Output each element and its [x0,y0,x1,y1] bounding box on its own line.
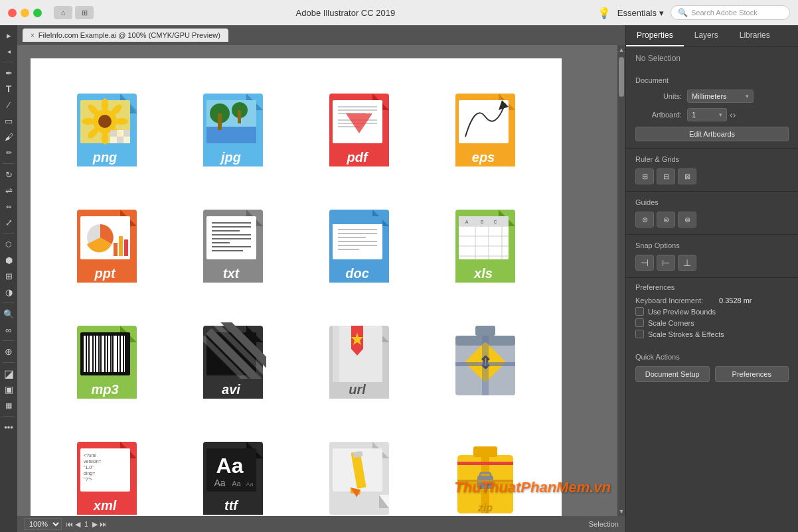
grid-view-icon[interactable]: ⊞ [75,6,94,19]
grid-pixel-btn[interactable]: ⊠ [678,168,696,184]
rectangle-tool[interactable]: ▭ [1,113,16,128]
stock-search-box[interactable]: 🔍 Search Adobe Stock [671,5,790,20]
tab-properties[interactable]: Properties [626,25,684,46]
status-left: 100% ⏮ ◀ 1 ▶ ⏭ [24,518,107,530]
screen-mode[interactable]: ▦ [1,398,16,413]
line-tool[interactable]: ∕ [1,98,16,112]
svg-text:version=: version= [84,459,102,464]
last-artboard-button[interactable]: ⏭ [100,520,107,529]
prev-artboard-button[interactable]: ◀ [75,520,80,529]
list-item: doc [296,188,422,304]
paintbrush-tool[interactable]: 🖌 [1,129,16,144]
svg-point-12 [82,118,95,125]
scroll-down-arrow[interactable]: ▼ [619,508,625,515]
vertical-scrollbar[interactable]: ▲ ▼ [617,45,625,516]
artboard-select[interactable]: 1 ▾ [687,108,727,121]
document-setup-button[interactable]: Document Setup [635,366,710,382]
pencil-tool[interactable]: ✏ [1,145,16,160]
zoom-select[interactable]: 100% [24,518,62,530]
guides-icons: ⊕ ⊜ ⊗ [635,212,789,228]
svg-rect-166 [482,336,489,395]
grid-icon-btn[interactable]: ⊟ [657,168,675,184]
svg-rect-122 [87,336,88,372]
artboard-next-icon[interactable]: › [733,109,736,120]
quick-actions-buttons: Document Setup Preferences [635,366,789,382]
snap-pixel-btn[interactable]: ⊥ [678,255,696,271]
canvas-wrapper[interactable]: png [17,45,617,516]
keyboard-increment-label: Keyboard Increment: [635,297,715,304]
mirror-tool[interactable]: ⇌ [1,183,16,198]
left-toolbar: ▸ ◂ ✒ T ∕ ▭ 🖌 ✏ ↻ ⇌ ⇔ ⤢ ⬡ ⬢ ⊞ ◑ 🔍 ∞ ⊕ ◪ … [0,25,17,532]
more-tools[interactable]: ••• [1,420,16,434]
search-placeholder: Search Adobe Stock [691,9,758,17]
svg-rect-206 [457,462,513,465]
maximize-window-button[interactable] [33,9,42,17]
fill-stroke[interactable]: ◪ [1,366,16,381]
essentials-chevron-icon: ▾ [659,8,664,18]
rotate-tool[interactable]: ↻ [1,167,16,182]
lock-guide-btn[interactable]: ⊜ [657,212,675,228]
svg-point-10 [102,131,108,145]
snap-point-btn[interactable]: ⊣ [635,255,654,271]
guides-section: Guides ⊕ ⊜ ⊗ [626,192,798,235]
svg-point-6 [102,98,108,111]
scroll-up-arrow[interactable]: ▲ [619,46,625,53]
shape-builder-tool[interactable]: ⬡ [1,237,16,251]
pen-tool[interactable]: ✒ [1,66,16,80]
ruler-icon-btn[interactable]: ⊞ [635,168,654,184]
svg-rect-28 [218,113,222,130]
list-item: Aa Aa Aa Aa ttf [170,420,296,516]
use-preview-bounds-checkbox[interactable] [635,307,644,316]
mesh-tool[interactable]: ⊞ [1,269,16,283]
essentials-button[interactable]: Essentials ▾ [617,8,664,18]
scroll-thumb[interactable] [619,57,624,97]
tab-layers[interactable]: Layers [684,25,729,46]
doc-file-icon: doc [326,206,392,286]
snap-options-section: Snap Options ⊣ ⊢ ⊥ [626,235,798,278]
scale-strokes-checkbox[interactable] [635,330,644,338]
tool-separator-3 [3,233,15,233]
preferences-button[interactable]: Preferences [715,366,789,382]
svg-rect-62 [119,236,123,256]
width-tool[interactable]: ⇔ [1,199,16,214]
avi-file-icon: avi [200,322,266,402]
home-icon[interactable]: ⌂ [54,6,72,19]
tab-libraries[interactable]: Libraries [729,25,781,46]
minimize-window-button[interactable] [21,9,29,17]
list-item: A B C xls [422,188,548,304]
scale-corners-row: Scale Corners [635,318,789,327]
tool-separator-4 [3,302,15,303]
url-file-icon: url [326,322,392,402]
scale-corners-checkbox[interactable] [635,318,644,327]
gradient-tool[interactable]: ◑ [1,285,16,299]
svg-text:mp3: mp3 [91,382,118,397]
add-guide-btn[interactable]: ⊕ [635,212,654,228]
tab-title: FileInfo.com Example.ai @ 100% (CMYK/GPU… [39,31,220,39]
free-transform-tool[interactable]: ⤢ [1,215,16,230]
list-item: jpg [170,72,296,188]
edit-artboards-button[interactable]: Edit Artboards [635,127,789,141]
first-artboard-button[interactable]: ⏮ [66,520,73,529]
draw-mode[interactable]: ▣ [1,382,16,397]
clear-guide-btn[interactable]: ⊗ [678,212,696,228]
zoom-tool[interactable]: ⊕ [1,344,16,359]
tool-separator [3,62,15,62]
perspective-tool[interactable]: ⬢ [1,253,16,267]
selection-tool[interactable]: ▸ [1,28,16,42]
direct-selection-tool[interactable]: ◂ [1,44,16,58]
close-window-button[interactable] [8,9,17,17]
blend-tool[interactable]: ∞ [1,322,16,337]
preferences-title: Preferences [635,283,789,291]
units-select[interactable]: Millimeters ▾ [687,90,754,103]
type-tool[interactable]: T [1,82,16,96]
keyboard-increment-value: 0.3528 mr [719,297,752,304]
eyedropper-tool[interactable]: 🔍 [1,306,16,321]
lightbulb-icon[interactable]: 💡 [598,7,611,19]
svg-rect-61 [114,243,118,256]
tab-close-button[interactable]: × [31,32,35,39]
tool-separator-7 [3,416,15,417]
next-artboard-button[interactable]: ▶ [92,520,98,529]
zip-yellow-file-icon: zip [452,438,519,517]
document-tab[interactable]: × FileInfo.com Example.ai @ 100% (CMYK/G… [23,29,228,42]
snap-grid-btn[interactable]: ⊢ [657,255,675,271]
